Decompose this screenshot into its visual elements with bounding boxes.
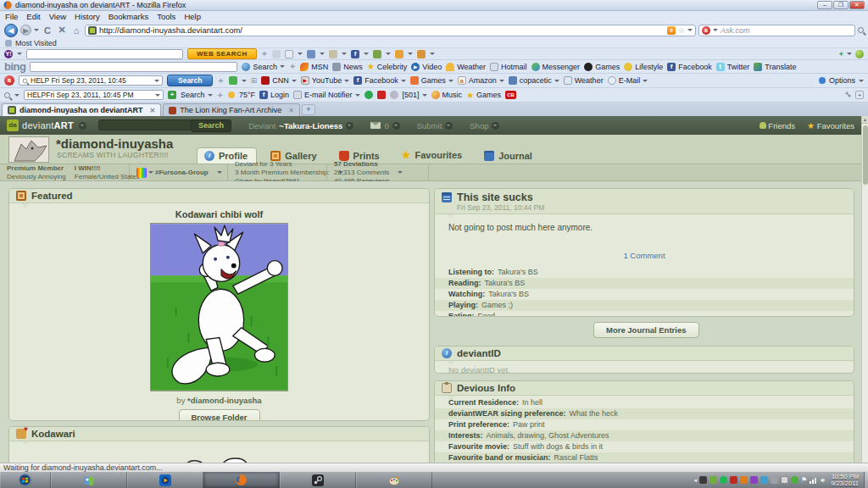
journal-title[interactable]: This site sucks: [457, 191, 533, 203]
apps-icon[interactable]: [395, 50, 403, 58]
group-cell[interactable]: #Fursona-Group: [130, 164, 228, 180]
misc-icon[interactable]: [390, 91, 398, 99]
menu-history[interactable]: History: [75, 12, 100, 21]
back-button[interactable]: ◀: [4, 24, 18, 37]
messages-icon[interactable]: [370, 122, 381, 129]
facebook-icon[interactable]: f: [351, 50, 359, 58]
taskbar-steam-button[interactable]: [280, 472, 356, 488]
plugin-icon[interactable]: [229, 76, 237, 85]
close-button[interactable]: ✕: [849, 1, 865, 9]
logo-dropdown-icon[interactable]: [79, 122, 86, 130]
journal-comments-link[interactable]: 1 Comment: [435, 251, 854, 260]
add-toolbar-icon[interactable]: +: [839, 50, 843, 58]
site-search-button[interactable]: Search: [192, 119, 231, 132]
tray-icon[interactable]: [709, 476, 717, 484]
browse-folder-button[interactable]: Browse Folder: [179, 409, 260, 421]
taskbar-paint-button[interactable]: [356, 472, 432, 488]
tray-icon[interactable]: [760, 476, 768, 484]
envelope-dropdown-icon[interactable]: [320, 53, 325, 58]
tab-lionking[interactable]: The Lion King Fan-Art Archive ✕: [163, 103, 300, 116]
bing-link-lifestyle[interactable]: Lifestyle: [624, 63, 663, 71]
menu-file[interactable]: File: [5, 12, 18, 21]
expand-icon[interactable]: ⊞: [251, 76, 258, 85]
menu-help[interactable]: Help: [184, 12, 201, 21]
ask-icon[interactable]: a: [4, 75, 14, 86]
tab-journal[interactable]: Journal: [477, 148, 541, 164]
yahoo-dropdown-icon[interactable]: [17, 53, 22, 58]
add-toolbar-icon[interactable]: +: [855, 91, 864, 99]
games-link[interactable]: ★Games: [466, 91, 501, 100]
logged-in-username[interactable]: ~Takura-Lioness: [279, 121, 342, 130]
ask-link-email[interactable]: E-Mail: [608, 76, 648, 85]
menu-bookmarks[interactable]: Bookmarks: [108, 12, 149, 21]
toolbar-settings-icon[interactable]: [855, 50, 864, 58]
compose-dropdown-icon[interactable]: [342, 53, 347, 58]
bing-link-msn[interactable]: MSN: [300, 63, 328, 71]
stop-button[interactable]: ✕: [56, 25, 68, 36]
bing-search-button[interactable]: Search: [242, 63, 285, 71]
bing-link-twitter[interactable]: tTwitter: [716, 63, 750, 71]
ask-link-games[interactable]: Games: [410, 76, 453, 85]
shop-dropdown-icon[interactable]: [492, 122, 499, 130]
bing-link-celebrity[interactable]: ★Celebrity: [367, 62, 407, 71]
yahoo-search-input[interactable]: [26, 49, 183, 59]
more-journal-entries-button[interactable]: More Journal Entries: [593, 322, 699, 338]
artist-link[interactable]: *diamond-inuyasha: [187, 396, 262, 405]
bing-link-messenger[interactable]: Messenger: [531, 63, 581, 71]
user-dropdown-icon[interactable]: [346, 122, 353, 130]
avatar[interactable]: [8, 136, 49, 163]
youtube-icon[interactable]: [377, 91, 386, 99]
bing-link-games[interactable]: Games: [584, 63, 620, 71]
forward-button[interactable]: ▶: [20, 25, 31, 36]
add-icon[interactable]: +: [168, 91, 176, 99]
artwork-title[interactable]: Kodawari chibi wolf: [9, 209, 429, 219]
ask-link-youtube[interactable]: ▶YouTube: [301, 76, 349, 85]
bing-link-hotmail[interactable]: Hotmail: [490, 63, 527, 71]
ask-engine-icon[interactable]: a: [702, 26, 710, 35]
taskbar-firefox-button[interactable]: [203, 472, 280, 488]
bing-link-facebook[interactable]: fFacebook: [667, 63, 712, 71]
rss-icon[interactable]: ล: [667, 26, 676, 35]
cb-icon[interactable]: CB: [505, 91, 516, 99]
counts-dropdown-icon[interactable]: [398, 171, 403, 176]
ask-link-cnn[interactable]: CNN: [261, 76, 297, 85]
scroll-up-icon[interactable]: ▲: [862, 116, 868, 124]
engine-dropdown-icon[interactable]: [713, 29, 718, 34]
taskbar-clock[interactable]: 10:50 PM 9/23/2011: [827, 474, 862, 487]
menu-edit[interactable]: Edit: [26, 12, 40, 21]
tray-icon[interactable]: [699, 476, 707, 484]
tray-shield-icon[interactable]: [730, 476, 737, 484]
show-desktop-button[interactable]: [864, 472, 868, 488]
minimize-button[interactable]: –: [817, 1, 832, 9]
kodawari-thumbnail[interactable]: [173, 455, 266, 463]
taskbar-mediaplayer-button[interactable]: [127, 472, 203, 488]
page-icon[interactable]: [285, 50, 293, 58]
friends-link[interactable]: Friends: [760, 121, 795, 130]
options-button[interactable]: Options: [829, 76, 855, 85]
help-search-box[interactable]: HELPFri Sep 23, 2011, 10:45 PM: [24, 90, 164, 100]
tray-icon[interactable]: [781, 476, 788, 484]
menu-tools[interactable]: Tools: [157, 12, 175, 21]
tab-close-icon[interactable]: ✕: [288, 107, 294, 114]
refresh-button[interactable]: C: [42, 25, 53, 36]
history-dropdown-icon[interactable]: [34, 29, 39, 34]
shop-menu[interactable]: Shop: [470, 121, 488, 130]
action-center-flag-icon[interactable]: ⚑: [801, 476, 807, 484]
bing-search-input[interactable]: [30, 62, 237, 72]
counter-badge[interactable]: [501]: [403, 91, 427, 99]
start-button[interactable]: [0, 472, 51, 488]
menu-view[interactable]: View: [49, 12, 66, 21]
tab-deviantart[interactable]: diamond-inuyasha on deviantART ✕: [2, 103, 161, 116]
facebook-dropdown-icon[interactable]: [364, 53, 369, 58]
submit-dropdown-icon[interactable]: [445, 122, 453, 130]
ask-link-weather[interactable]: Weather: [564, 76, 604, 85]
messages-dropdown-icon[interactable]: [392, 122, 400, 130]
compose-icon[interactable]: [329, 50, 337, 58]
browser-search-field[interactable]: a Ask.com: [698, 25, 855, 36]
facebook-login-link[interactable]: fLogin: [259, 91, 289, 99]
window-icon[interactable]: [417, 50, 426, 58]
tray-icon[interactable]: [791, 476, 798, 484]
bing-link-video[interactable]: ▶Video: [411, 63, 442, 71]
tray-speaker-icon[interactable]: [740, 476, 748, 484]
tray-icon[interactable]: [750, 476, 758, 484]
